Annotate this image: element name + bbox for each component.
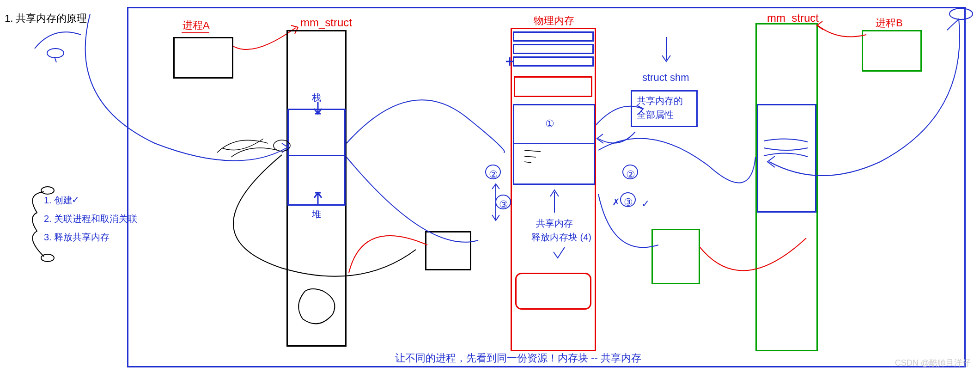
check-shm	[552, 245, 566, 263]
bottom-caption: 让不同的进程，先看到同一份资源！内存块 -- 共享内存	[395, 351, 641, 365]
release-block-label: 释放内存块 (4)	[531, 231, 591, 244]
phys-bottom-slot	[515, 273, 591, 310]
phys-red-slot	[514, 76, 592, 97]
svg-point-5	[486, 165, 500, 179]
phys-slot-3	[513, 56, 594, 67]
up-arrow-shm	[548, 187, 561, 215]
step-2: 2. 关联进程和取消关联	[44, 213, 137, 225]
watermark: CSDN @酷帅且洋仔	[895, 357, 971, 368]
circle-2-ring	[485, 164, 501, 180]
phys-shm-mid	[513, 143, 595, 144]
svg-point-3	[41, 254, 54, 262]
arrow-red-right	[695, 229, 816, 303]
phys-shm-block	[513, 104, 595, 185]
step-1: 1. 创建	[44, 194, 73, 207]
updown-2-3	[489, 183, 512, 224]
circle-1: ①	[545, 118, 554, 130]
svg-point-4	[274, 140, 290, 151]
shm-label: 共享内存	[536, 217, 573, 230]
step-3: 3. 释放共享内存	[44, 231, 110, 244]
pin-mark	[505, 55, 515, 68]
arrow-down-icon	[661, 35, 672, 67]
phys-slot-2	[513, 44, 594, 54]
phys-mem-label: 物理内存	[534, 14, 574, 28]
svg-point-2	[41, 187, 54, 194]
svg-point-0	[47, 49, 64, 58]
blob-shape	[296, 287, 340, 328]
arrow-red-procb	[816, 18, 871, 46]
stage: 1. 共享内存的原理 1. 创建 ✓ 2. 关联进程和取消关联 3. 释放共享内…	[0, 0, 980, 373]
phys-slot-1	[513, 31, 594, 42]
check-icon: ✓	[72, 194, 79, 205]
scribble-lines	[522, 148, 550, 166]
